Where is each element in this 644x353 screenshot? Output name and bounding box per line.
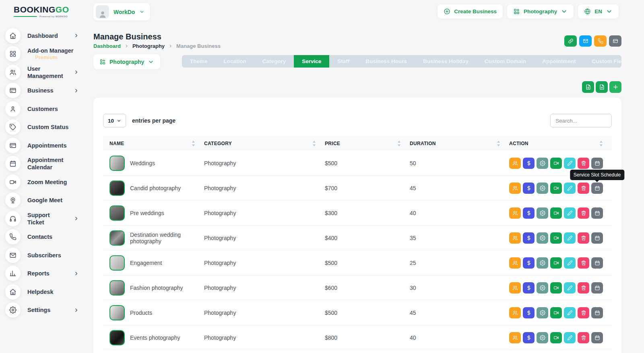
photography-button[interactable]: Photography bbox=[507, 4, 574, 18]
sort-icon[interactable] bbox=[312, 141, 316, 146]
row-action-service-settings-button[interactable] bbox=[537, 257, 548, 269]
tab-custom-field[interactable]: Custom Field bbox=[584, 55, 621, 68]
row-action-edit-button[interactable] bbox=[564, 183, 576, 194]
row-action-service-settings-button[interactable] bbox=[537, 282, 548, 293]
row-action-staff-button[interactable] bbox=[509, 207, 521, 219]
row-action-price-button[interactable] bbox=[523, 232, 535, 244]
row-action-meeting-button[interactable] bbox=[550, 282, 562, 293]
sidebar-item-user-management[interactable]: User Management bbox=[0, 63, 86, 82]
row-action-delete-button[interactable] bbox=[578, 183, 589, 194]
sidebar-item-appointment-calendar[interactable]: Appointment Calendar bbox=[0, 155, 86, 173]
tab-appointment[interactable]: Appointment bbox=[534, 55, 584, 68]
tab-category[interactable]: Category bbox=[254, 55, 294, 68]
row-action-price-button[interactable] bbox=[523, 282, 535, 293]
row-action-price-button[interactable] bbox=[523, 207, 535, 219]
row-action-slot-schedule-button[interactable] bbox=[591, 207, 603, 219]
row-action-meeting-button[interactable] bbox=[550, 332, 562, 343]
row-action-service-settings-button[interactable] bbox=[537, 232, 548, 244]
row-action-price-button[interactable] bbox=[523, 183, 535, 194]
tab-custom-domain[interactable]: Custom Domain bbox=[477, 55, 535, 68]
row-action-delete-button[interactable] bbox=[578, 332, 589, 343]
sidebar-item-helpdesk[interactable]: Helpdesk bbox=[0, 283, 86, 301]
export-button[interactable] bbox=[582, 81, 594, 93]
en-button[interactable]: EN bbox=[578, 4, 619, 18]
sidebar-item-settings[interactable]: Settings bbox=[0, 301, 86, 320]
row-action-price-button[interactable] bbox=[523, 332, 535, 343]
row-action-staff-button[interactable] bbox=[509, 232, 521, 244]
row-action-service-settings-button[interactable] bbox=[537, 183, 548, 194]
row-action-delete-button[interactable] bbox=[578, 282, 589, 293]
row-action-slot-schedule-button[interactable] bbox=[591, 232, 603, 244]
row-action-slot-schedule-button[interactable]: Service Slot Schedule bbox=[591, 183, 603, 194]
row-action-service-settings-button[interactable] bbox=[537, 307, 548, 318]
row-action-slot-schedule-button[interactable] bbox=[591, 307, 603, 318]
row-action-delete-button[interactable] bbox=[578, 158, 589, 169]
row-action-service-settings-button[interactable] bbox=[537, 158, 548, 169]
sort-icon[interactable] bbox=[497, 141, 500, 146]
row-action-staff-button[interactable] bbox=[509, 158, 521, 169]
payment-button[interactable] bbox=[609, 35, 621, 47]
row-action-edit-button[interactable] bbox=[564, 282, 576, 293]
row-action-delete-button[interactable] bbox=[578, 307, 589, 318]
tab-service[interactable]: Service bbox=[294, 55, 329, 68]
row-action-edit-button[interactable] bbox=[564, 232, 576, 244]
row-action-delete-button[interactable] bbox=[578, 257, 589, 269]
row-action-meeting-button[interactable] bbox=[550, 158, 562, 169]
sidebar-item-subscribers[interactable]: Subscribers bbox=[0, 246, 86, 265]
search-input[interactable] bbox=[550, 114, 612, 127]
tab-theme[interactable]: Theme bbox=[182, 55, 216, 68]
sidebar-item-business[interactable]: Business bbox=[0, 82, 86, 100]
row-action-edit-button[interactable] bbox=[564, 332, 576, 343]
row-action-price-button[interactable] bbox=[523, 158, 535, 169]
tab-business-hours[interactable]: Business Hours bbox=[357, 55, 415, 68]
row-action-edit-button[interactable] bbox=[564, 158, 576, 169]
row-action-staff-button[interactable] bbox=[509, 332, 521, 343]
business-selector[interactable]: Photography bbox=[93, 54, 160, 69]
row-action-meeting-button[interactable] bbox=[550, 257, 562, 269]
row-action-slot-schedule-button[interactable] bbox=[591, 332, 603, 343]
call-button[interactable] bbox=[594, 35, 607, 47]
tab-staff[interactable]: Staff bbox=[329, 55, 357, 68]
row-action-service-settings-button[interactable] bbox=[537, 332, 548, 343]
breadcrumb-dashboard[interactable]: Dashboard bbox=[93, 43, 121, 49]
tab-business-holiday[interactable]: Business Holiday bbox=[415, 55, 477, 68]
row-action-slot-schedule-button[interactable] bbox=[591, 158, 603, 169]
row-action-staff-button[interactable] bbox=[509, 183, 521, 194]
add-service-button[interactable] bbox=[609, 81, 621, 93]
sidebar-item-customers[interactable]: Customers bbox=[0, 100, 86, 118]
entries-per-page-select[interactable]: 10 bbox=[103, 114, 126, 127]
sidebar-item-reports[interactable]: Reports bbox=[0, 265, 86, 283]
row-action-meeting-button[interactable] bbox=[550, 307, 562, 318]
row-action-meeting-button[interactable] bbox=[550, 232, 562, 244]
sort-icon[interactable] bbox=[397, 141, 401, 146]
row-action-edit-button[interactable] bbox=[564, 307, 576, 318]
row-action-service-settings-button[interactable] bbox=[537, 207, 548, 219]
row-action-edit-button[interactable] bbox=[564, 207, 576, 219]
sidebar-item-appointments[interactable]: Appointments bbox=[0, 136, 86, 155]
email-button[interactable] bbox=[579, 35, 592, 47]
sort-icon[interactable] bbox=[192, 141, 195, 146]
row-action-price-button[interactable] bbox=[523, 307, 535, 318]
row-action-slot-schedule-button[interactable] bbox=[591, 282, 603, 293]
row-action-edit-button[interactable] bbox=[564, 257, 576, 269]
row-action-meeting-button[interactable] bbox=[550, 207, 562, 219]
sidebar-item-dashboard[interactable]: Dashboard bbox=[0, 27, 86, 45]
row-action-slot-schedule-button[interactable] bbox=[591, 257, 603, 269]
sidebar-item-custom-status[interactable]: Custom Status bbox=[0, 118, 86, 137]
row-action-meeting-button[interactable] bbox=[550, 183, 562, 194]
row-action-delete-button[interactable] bbox=[578, 232, 589, 244]
row-action-staff-button[interactable] bbox=[509, 257, 521, 269]
copy-link-button[interactable] bbox=[564, 35, 577, 47]
sidebar-item-zoom-meeting[interactable]: Zoom Meeting bbox=[0, 173, 86, 191]
sidebar-item-add-on-manager[interactable]: Add-on Manager Premium bbox=[0, 45, 86, 64]
sidebar-item-support-ticket[interactable]: Support Ticket bbox=[0, 209, 86, 228]
tab-location[interactable]: Location bbox=[216, 55, 254, 68]
sidebar-item-contacts[interactable]: Contacts bbox=[0, 228, 86, 246]
row-action-staff-button[interactable] bbox=[509, 282, 521, 293]
create-business-button[interactable]: Create Business bbox=[438, 4, 503, 18]
import-button[interactable] bbox=[596, 81, 608, 93]
row-action-price-button[interactable] bbox=[523, 257, 535, 269]
sort-icon[interactable] bbox=[599, 141, 603, 146]
user-menu[interactable]: WorkDo bbox=[93, 3, 150, 21]
sidebar-item-google-meet[interactable]: Google Meet bbox=[0, 191, 86, 210]
